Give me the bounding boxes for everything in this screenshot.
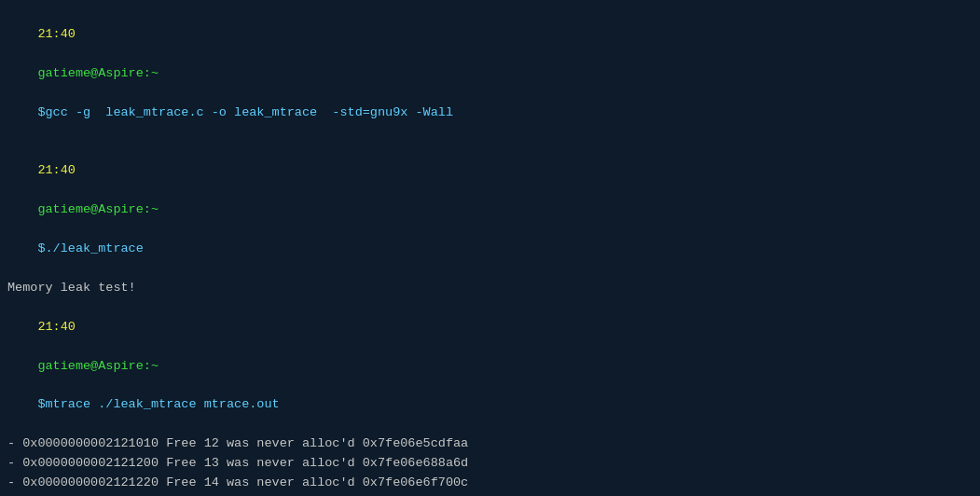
time-2: 21:40	[37, 163, 76, 177]
cmd-line-3: 21:40 gatieme@Aspire:~ $mtrace ./leak_mt…	[7, 298, 973, 434]
user-2: gatieme@Aspire:~	[37, 202, 159, 216]
cmd-text-1: $gcc -g leak_mtrace.c -o leak_mtrace -st…	[37, 105, 453, 119]
free-error-3: - 0x0000000002121220 Free 14 was never a…	[7, 474, 973, 493]
time-1: 21:40	[37, 27, 76, 41]
free-error-2: - 0x0000000002121200 Free 13 was never a…	[7, 454, 973, 474]
free-error-1: - 0x0000000002121010 Free 12 was never a…	[7, 434, 973, 454]
output-memory-leak-test: Memory leak test!	[7, 279, 973, 298]
terminal: 21:40 gatieme@Aspire:~ $gcc -g leak_mtra…	[0, 0, 980, 496]
cmd-text-2: $./leak_mtrace	[37, 241, 143, 255]
time-3: 21:40	[37, 320, 76, 334]
cmd-line-1: 21:40 gatieme@Aspire:~ $gcc -g leak_mtra…	[7, 6, 973, 142]
user-1: gatieme@Aspire:~	[37, 66, 159, 80]
cmd-line-2: 21:40 gatieme@Aspire:~ $./leak_mtrace	[7, 142, 973, 278]
cmd-text-3: $mtrace ./leak_mtrace mtrace.out	[37, 397, 279, 411]
user-3: gatieme@Aspire:~	[37, 359, 159, 373]
